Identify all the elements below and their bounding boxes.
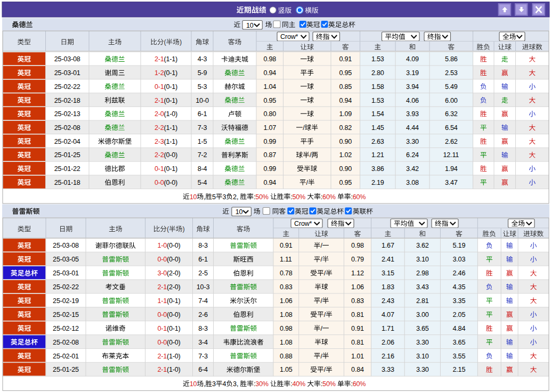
svg-text:1.21: 1.21 (371, 151, 384, 159)
svg-text:25-01-18: 25-01-18 (54, 179, 80, 186)
svg-text:4.44: 4.44 (406, 124, 419, 132)
svg-text:2.41: 2.41 (382, 256, 394, 263)
svg-text:(0-1): (0-1) (164, 69, 178, 77)
svg-text:2.80: 2.80 (371, 69, 384, 77)
svg-text:1.58: 1.58 (371, 83, 384, 91)
svg-text:0.83: 0.83 (351, 297, 364, 305)
svg-text:25-02-01: 25-02-01 (53, 353, 79, 360)
svg-text:0-1: 0-1 (155, 165, 164, 173)
svg-text:Crow*: Crow* (280, 33, 298, 40)
svg-text:3.55: 3.55 (453, 353, 466, 360)
svg-text:0.83: 0.83 (280, 283, 293, 291)
svg-text:0.87: 0.87 (263, 151, 276, 159)
svg-text:7-3: 7-3 (198, 124, 207, 132)
svg-text:25-02-18: 25-02-18 (54, 97, 80, 104)
svg-text:0.84: 0.84 (351, 366, 364, 373)
svg-text:(0-0): (0-0) (167, 311, 181, 318)
svg-text:0.95: 0.95 (339, 179, 352, 186)
svg-text:25-02-13: 25-02-13 (54, 110, 80, 118)
svg-text:8-4: 8-4 (198, 165, 207, 173)
svg-text:1.07: 1.07 (263, 124, 276, 132)
svg-text:1.53: 1.53 (371, 55, 384, 63)
svg-text:0.95: 0.95 (339, 69, 352, 77)
svg-text:1.12: 1.12 (351, 270, 364, 277)
svg-text:5.19: 5.19 (453, 242, 466, 249)
svg-text:0.81: 0.81 (351, 339, 364, 346)
svg-text:2-3: 2-3 (155, 138, 164, 145)
svg-text:2.05: 2.05 (453, 311, 466, 318)
svg-text:50%: 50% (255, 193, 269, 201)
svg-text:0.78: 0.78 (280, 270, 293, 277)
svg-text:0.80: 0.80 (263, 110, 276, 118)
svg-text:3.35: 3.35 (453, 297, 466, 305)
svg-text:25-02-22: 25-02-22 (53, 283, 79, 291)
svg-text:(0-1): (0-1) (164, 165, 178, 173)
svg-text:12.11: 12.11 (443, 151, 459, 159)
svg-text:0-1: 0-1 (157, 325, 167, 332)
svg-text:1.01: 1.01 (351, 353, 364, 360)
svg-text:3.65: 3.65 (416, 325, 429, 332)
svg-text:0.91: 0.91 (339, 55, 352, 63)
svg-text:0-0: 0-0 (157, 339, 167, 346)
svg-text:0.81: 0.81 (351, 311, 364, 318)
svg-text:1.06: 1.06 (280, 297, 293, 305)
svg-text:25-02-22: 25-02-22 (54, 83, 80, 91)
svg-text:1.54: 1.54 (371, 110, 384, 118)
svg-text:3,: 3, (233, 380, 238, 388)
svg-text:3.00: 3.00 (416, 311, 429, 318)
svg-text:2.98: 2.98 (416, 270, 429, 277)
svg-text:0.90: 0.90 (339, 165, 352, 173)
svg-text:1.71: 1.71 (382, 325, 394, 332)
svg-text:0-1: 0-1 (155, 83, 164, 91)
svg-text:(2-0): (2-0) (167, 283, 181, 291)
svg-text:6.54: 6.54 (445, 124, 458, 132)
svg-text:3.10: 3.10 (416, 256, 429, 263)
svg-text:3.94: 3.94 (406, 83, 419, 91)
svg-text:50%: 50% (293, 193, 306, 201)
svg-text:3.93: 3.93 (406, 110, 419, 118)
svg-text:25-03-08: 25-03-08 (54, 55, 80, 63)
svg-text:7-3: 7-3 (198, 353, 208, 360)
svg-text:10: 10 (246, 22, 254, 29)
svg-text:2-1: 2-1 (157, 353, 167, 360)
svg-text:3.33: 3.33 (382, 366, 394, 373)
svg-text:0.91: 0.91 (280, 242, 293, 249)
svg-text:25-03-01: 25-03-01 (54, 69, 80, 77)
svg-text:0.82: 0.82 (339, 124, 352, 132)
svg-text:2-1: 2-1 (155, 55, 164, 63)
svg-text:25-02-12: 25-02-12 (53, 325, 79, 332)
svg-text:1.04: 1.04 (263, 83, 276, 91)
svg-text:(1-1): (1-1) (164, 138, 178, 145)
svg-text:6.00: 6.00 (445, 97, 458, 104)
svg-text:1-2: 1-2 (155, 69, 164, 77)
svg-text:3.30: 3.30 (416, 366, 429, 373)
svg-text:4.07: 4.07 (382, 311, 394, 318)
svg-text:3.30: 3.30 (416, 339, 429, 346)
svg-text:0-0: 0-0 (157, 311, 167, 318)
svg-text:7-4: 7-4 (198, 297, 208, 305)
svg-text:3.65: 3.65 (453, 339, 466, 346)
svg-text:1.02: 1.02 (339, 151, 352, 159)
svg-text:6.32: 6.32 (445, 110, 458, 118)
svg-text:3.86: 3.86 (371, 165, 384, 173)
svg-text:2.16: 2.16 (382, 353, 394, 360)
svg-text:0.95: 0.95 (263, 97, 276, 104)
svg-text:1.09: 1.09 (339, 110, 352, 118)
svg-text:): ) (182, 225, 184, 233)
svg-text:0.99: 0.99 (263, 165, 276, 173)
svg-text:2.63: 2.63 (371, 138, 384, 145)
svg-text:30%: 30% (255, 380, 269, 388)
svg-text:0.98: 0.98 (280, 325, 293, 332)
svg-text:1.45: 1.45 (371, 124, 384, 132)
svg-text:2.46: 2.46 (453, 270, 466, 277)
svg-text:25-02-15: 25-02-15 (53, 311, 79, 318)
svg-text:1-0: 1-0 (157, 242, 167, 249)
svg-text:(1-1): (1-1) (164, 124, 178, 132)
svg-text:0.90: 0.90 (339, 138, 352, 145)
svg-text:3.08: 3.08 (406, 179, 419, 186)
svg-text:25-03-05: 25-03-05 (53, 256, 79, 263)
svg-text:3.19: 3.19 (406, 69, 419, 77)
svg-text:25-01-22: 25-01-22 (54, 165, 80, 173)
svg-text:(0-0): (0-0) (167, 242, 181, 249)
svg-text:2-1: 2-1 (157, 366, 167, 373)
